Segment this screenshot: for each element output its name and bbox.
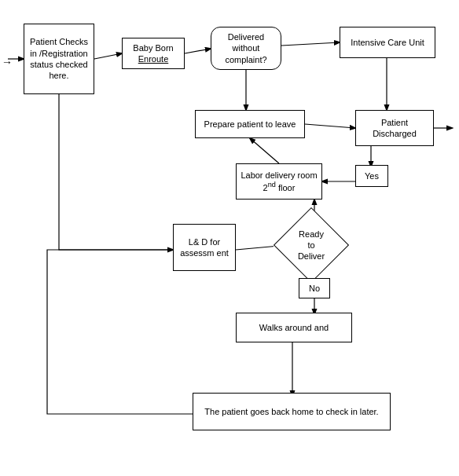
ready-to-deliver-label: ReadytoDeliver [298,229,325,262]
svg-line-9 [250,138,279,163]
prepare-patient-node: Prepare patient to leave [195,110,305,138]
intensive-care-label: Intensive Care Unit [351,37,424,48]
delivered-without-node: Delivered without complaint? [211,27,281,70]
baby-born-label: Baby Born Enroute [126,42,181,65]
no-label-text: No [309,283,320,294]
walks-around-label: Walks around and [259,322,329,333]
patient-discharged-node: Patient Discharged [355,110,434,146]
delivered-without-label: Delivered without complaint? [215,31,277,65]
yes-label-node: Yes [355,165,388,187]
labor-delivery-label: Labor delivery room 2nd floor [240,170,318,193]
ld-assessment-label: L& D for assessm ent [177,236,232,259]
patient-discharged-label: Patient Discharged [359,117,430,140]
yes-label-text: Yes [365,170,379,181]
prepare-patient-label: Prepare patient to leave [204,119,296,130]
no-label-node: No [299,278,330,298]
svg-line-3 [281,42,340,46]
patient-checkin-node: Patient Checks in /Registration status c… [24,24,94,94]
walks-around-node: Walks around and [236,313,352,342]
svg-line-1 [94,53,122,59]
svg-line-11 [236,246,279,250]
entry-arrow: → [2,56,13,68]
baby-born-node: Baby Born Enroute [122,38,185,69]
intensive-care-node: Intensive Care Unit [340,27,435,58]
ready-to-deliver-node: ReadytoDeliver [274,214,349,276]
back-home-label: The patient goes back home to check in l… [204,406,378,417]
svg-line-2 [185,49,211,53]
flowchart-diagram: Patient Checks in /Registration status c… [0,0,459,476]
ld-assessment-node: L& D for assessm ent [173,224,236,271]
svg-line-7 [305,124,355,128]
labor-delivery-node: Labor delivery room 2nd floor [236,163,322,200]
patient-checkin-label: Patient Checks in /Registration status c… [28,36,90,81]
back-home-node: The patient goes back home to check in l… [193,393,391,430]
